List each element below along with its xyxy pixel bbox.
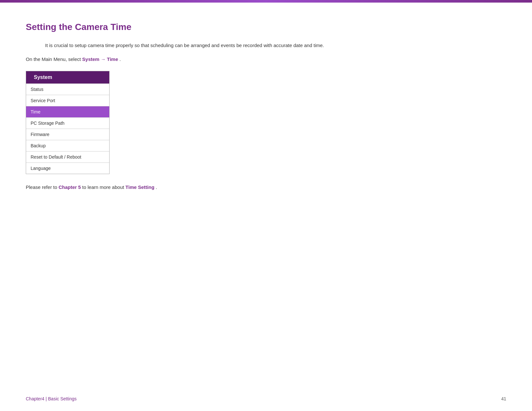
footer-page-number: 41	[501, 396, 506, 401]
menu-item-time[interactable]: Time	[26, 106, 109, 117]
refer-suffix: .	[156, 184, 157, 190]
refer-chapter-link[interactable]: Chapter 5	[59, 184, 81, 190]
system-menu: System Status Service Port Time PC Stora…	[26, 71, 110, 174]
intro-text: It is crucial to setup camera time prope…	[45, 42, 506, 49]
menu-item-reset-reboot[interactable]: Reset to Default / Reboot	[26, 151, 109, 162]
refer-text: Please refer to Chapter 5 to learn more …	[26, 184, 506, 191]
menu-header-label: System	[34, 74, 52, 80]
nav-instruction-link: System → Time	[82, 56, 118, 62]
nav-instruction-prefix: On the Main Menu, select	[26, 56, 82, 62]
refer-prefix: Please refer to	[26, 184, 59, 190]
refer-time-setting-link[interactable]: Time Setting	[125, 184, 154, 190]
menu-item-pc-storage-path[interactable]: PC Storage Path	[26, 117, 109, 129]
menu-item-firmware[interactable]: Firmware	[26, 129, 109, 140]
refer-middle: to learn more about	[82, 184, 125, 190]
menu-item-status[interactable]: Status	[26, 83, 109, 95]
footer: Chapter4 | Basic Settings 41	[0, 396, 532, 401]
nav-instruction: On the Main Menu, select System → Time .	[26, 56, 506, 63]
menu-item-service-port[interactable]: Service Port	[26, 95, 109, 106]
page-title: Setting the Camera Time	[26, 22, 506, 32]
menu-item-backup[interactable]: Backup	[26, 140, 109, 151]
menu-header: System	[26, 71, 109, 83]
menu-item-language[interactable]: Language	[26, 162, 109, 174]
footer-chapter-label: Chapter4 | Basic Settings	[26, 396, 77, 401]
nav-instruction-suffix: .	[120, 56, 121, 62]
top-bar	[0, 0, 532, 3]
